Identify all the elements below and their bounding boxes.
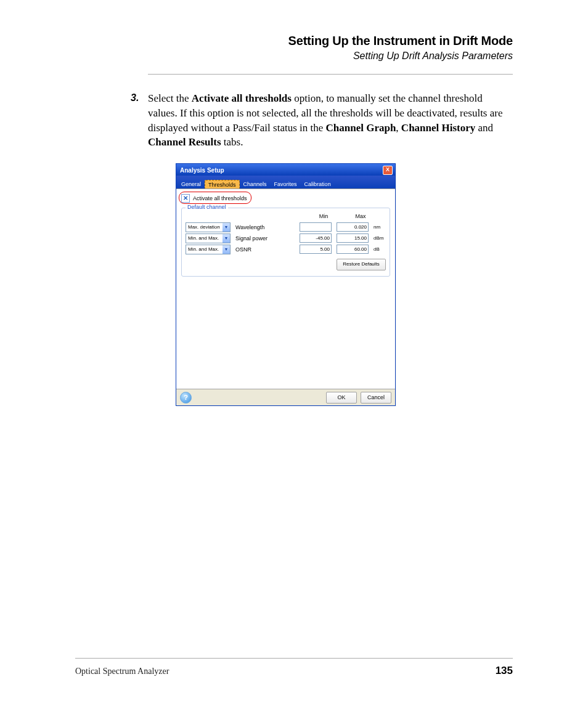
- activate-thresholds-checkbox[interactable]: ✕: [181, 194, 190, 203]
- unit-label: dBm: [374, 235, 386, 241]
- ok-button[interactable]: OK: [326, 392, 357, 404]
- text-fragment: ,: [396, 122, 401, 134]
- row-label: OSNR: [235, 246, 279, 253]
- mode-combo[interactable]: Max. deviation ▼: [186, 222, 231, 232]
- max-input[interactable]: 15.00: [337, 233, 369, 243]
- help-button[interactable]: ?: [180, 392, 192, 404]
- bold-term: Channel Results: [148, 136, 221, 148]
- footer-page-number: 135: [496, 665, 513, 677]
- text-fragment: tabs.: [221, 136, 243, 148]
- close-button[interactable]: X: [383, 166, 393, 175]
- chevron-down-icon[interactable]: ▼: [223, 234, 230, 243]
- chevron-down-icon[interactable]: ▼: [223, 245, 230, 254]
- analysis-setup-dialog: Analysis Setup X General Thresholds Chan…: [176, 163, 396, 406]
- unit-label: dB: [374, 246, 386, 252]
- header-divider: [148, 74, 513, 75]
- min-input[interactable]: 5.00: [300, 245, 332, 254]
- threshold-row-signal-power: Min. and Max. ▼ Signal power -45.00 15.0…: [186, 233, 386, 243]
- group-title: Default channel: [186, 204, 228, 210]
- footer-product: Optical Spectrum Analyzer: [75, 667, 169, 676]
- tab-calibration[interactable]: Calibration: [301, 179, 335, 189]
- min-input[interactable]: [300, 222, 332, 232]
- default-channel-group: Default channel Min Max Max. deviation ▼…: [181, 208, 390, 277]
- dialog-titlebar: Analysis Setup X: [176, 164, 395, 176]
- dialog-content: ✕ Activate all thresholds Default channe…: [176, 189, 395, 389]
- dialog-title: Analysis Setup: [180, 167, 224, 174]
- page-subtitle: Setting Up Drift Analysis Parameters: [288, 51, 513, 62]
- max-input[interactable]: 0.020: [337, 222, 369, 232]
- mode-combo[interactable]: Min. and Max. ▼: [186, 245, 231, 254]
- combo-value: Min. and Max.: [188, 235, 219, 241]
- max-input[interactable]: 60.00: [337, 245, 369, 254]
- column-max-header: Max: [342, 213, 379, 219]
- tab-bar: General Thresholds Channels Favorites Ca…: [176, 176, 395, 189]
- column-min-header: Min: [305, 213, 342, 219]
- chevron-down-icon[interactable]: ▼: [223, 223, 230, 232]
- bold-term: Channel History: [401, 122, 475, 134]
- row-label: Signal power: [235, 235, 279, 241]
- combo-value: Max. deviation: [188, 224, 220, 230]
- activate-thresholds-label: Activate all thresholds: [193, 195, 247, 201]
- mode-combo[interactable]: Min. and Max. ▼: [186, 233, 231, 243]
- tab-thresholds[interactable]: Thresholds: [205, 180, 240, 189]
- tab-favorites[interactable]: Favorites: [271, 179, 301, 189]
- bold-term: Channel Graph: [326, 122, 396, 134]
- text-fragment: Select the: [148, 92, 192, 104]
- min-input[interactable]: -45.00: [300, 233, 332, 243]
- row-label: Wavelength: [235, 224, 279, 230]
- cancel-button[interactable]: Cancel: [361, 392, 391, 404]
- text-fragment: and: [475, 122, 493, 134]
- dialog-footer: ? OK Cancel: [176, 389, 395, 405]
- threshold-row-wavelength: Max. deviation ▼ Wavelength 0.020 nm: [186, 222, 386, 232]
- page-title: Setting Up the Instrument in Drift Mode: [288, 34, 513, 48]
- combo-value: Min. and Max.: [188, 246, 219, 252]
- threshold-row-osnr: Min. and Max. ▼ OSNR 5.00 60.00 dB: [186, 244, 386, 254]
- tab-general[interactable]: General: [178, 179, 205, 189]
- tab-channels[interactable]: Channels: [240, 179, 271, 189]
- step-number: 3.: [131, 91, 139, 105]
- unit-label: nm: [374, 224, 386, 230]
- step-text: Select the Activate all thresholds optio…: [148, 92, 503, 148]
- bold-term: Activate all thresholds: [192, 92, 292, 104]
- restore-defaults-button[interactable]: Restore Defaults: [337, 259, 386, 270]
